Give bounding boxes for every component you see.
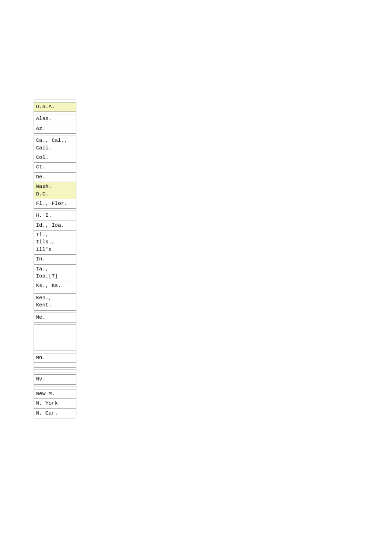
table-row: Ct. [34, 163, 76, 172]
table-row: N. York [34, 399, 76, 408]
table-row: Mn. [34, 353, 76, 362]
table-row: Ken.,Kent. [34, 293, 76, 310]
table-row: Nv. [34, 375, 76, 384]
table-cell: Mn. [34, 353, 76, 362]
table-cell: Wash.D.C. [34, 182, 76, 199]
table-cell: Ca., Cal.,Cali. [34, 136, 76, 153]
table-cell: Ks., Ka. [34, 281, 76, 291]
table-row: Wash.D.C. [34, 182, 76, 199]
table-row: Ia.,Ioa.[7] [34, 264, 76, 281]
table-row: De. [34, 172, 76, 182]
table-cell: Az. [34, 124, 76, 133]
table-row: New M. [34, 389, 76, 398]
table-cell: N. Car. [34, 408, 76, 418]
table-row: In. [34, 255, 76, 264]
table-cell: Il.,Ills.,Ill's [34, 231, 76, 255]
table-row: Ca., Cal.,Cali. [34, 136, 76, 153]
table-cell: Fl., Flor. [34, 199, 76, 208]
table-row: Az. [34, 124, 76, 133]
table-row: Id., Ida. [34, 221, 76, 230]
table-row: Ks., Ka. [34, 281, 76, 291]
table-cell: Me. [34, 313, 76, 322]
table-row: Il.,Ills.,Ill's [34, 231, 76, 255]
table-cell [34, 324, 76, 351]
table-row: Col. [34, 153, 76, 162]
table-cell: Id., Ida. [34, 221, 76, 230]
table-cell: Ken.,Kent. [34, 293, 76, 310]
abbreviation-table: U.S.A.Alas.Az.Ca., Cal.,Cali.Col.Ct.De.W… [34, 100, 76, 418]
table-row: N. Car. [34, 408, 76, 418]
table-row [34, 324, 76, 351]
table-cell: Alas. [34, 114, 76, 124]
table-cell: N. York [34, 399, 76, 408]
table-row: Me. [34, 313, 76, 322]
table-row: U.S.A. [34, 102, 76, 112]
table-cell: In. [34, 255, 76, 264]
table-cell: H. I. [34, 211, 76, 221]
table-cell: New M. [34, 389, 76, 398]
table-row: H. I. [34, 211, 76, 221]
table-cell: De. [34, 172, 76, 182]
main-table-container: U.S.A.Alas.Az.Ca., Cal.,Cali.Col.Ct.De.W… [34, 100, 76, 418]
table-cell: Ct. [34, 163, 76, 172]
table-row: Alas. [34, 114, 76, 124]
table-cell: U.S.A. [34, 102, 76, 112]
table-cell: Ia.,Ioa.[7] [34, 264, 76, 281]
table-cell: Nv. [34, 375, 76, 384]
table-cell: Col. [34, 153, 76, 162]
table-row: Fl., Flor. [34, 199, 76, 208]
